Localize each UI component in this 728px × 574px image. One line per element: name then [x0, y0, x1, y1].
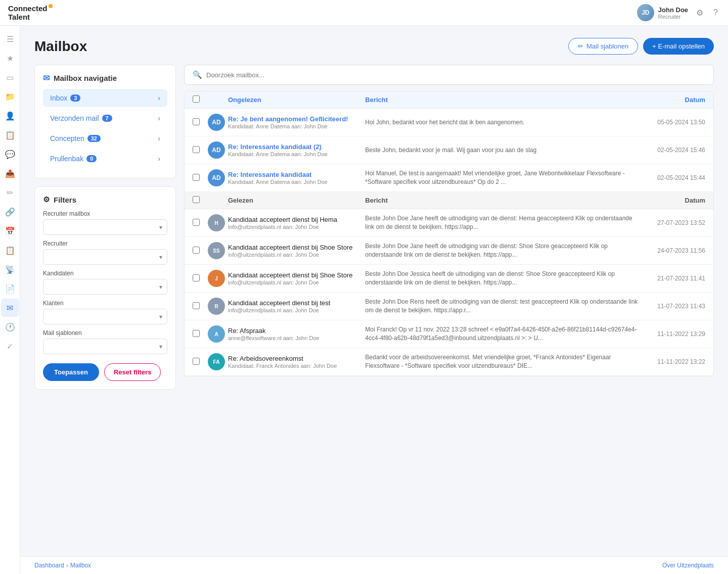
sidebar-folder-icon[interactable]: 📁 — [1, 87, 19, 106]
apply-filters-button[interactable]: Toepassen — [43, 363, 99, 381]
klanten-wrap — [43, 309, 167, 324]
sidebar-check-icon[interactable]: ✓ — [1, 337, 19, 355]
read-row0-preview: Beste John Doe Jane heeft de uitnodiging… — [365, 214, 640, 231]
inbox-badge: 3 — [70, 94, 80, 102]
sidebar-menu-icon[interactable]: ☰ — [1, 30, 19, 48]
email-row-read-5[interactable]: FA Re: Arbeidsovereenkomst Kandidaat: Fr… — [185, 348, 713, 376]
email-row-read-1[interactable]: SS Kandidaat accepteert dienst bij Shoe … — [185, 237, 713, 265]
email-row-read-2[interactable]: J Kandidaat accepteert dienst bij Shoe S… — [185, 265, 713, 293]
nav-sent[interactable]: Verzonden mail 7 › — [43, 109, 167, 127]
reset-filters-button[interactable]: Reset filters — [104, 363, 161, 381]
row0-date: 05-05-2024 13:50 — [640, 119, 705, 126]
row2-preview: Hoi Manuel, De test is aangemaakt! Met v… — [365, 169, 640, 186]
kandidaten-select[interactable] — [43, 279, 167, 295]
select-all-read-checkbox[interactable] — [193, 196, 200, 203]
read-row0-checkbox[interactable] — [193, 219, 200, 226]
sidebar-edit-icon[interactable]: ✏ — [1, 183, 19, 202]
email-row-read-0[interactable]: H Kandidaat accepteert dienst bij Hema i… — [185, 209, 713, 237]
read-row4-checkbox[interactable] — [193, 330, 200, 337]
mail-sjablonen-select[interactable] — [43, 339, 167, 354]
row2-subject: Re: Interessante kandidaat — [228, 171, 365, 178]
read-row0-date: 27-07-2023 13:52 — [640, 219, 705, 226]
breadcrumb-dashboard[interactable]: Dashboard — [34, 562, 64, 569]
read-row3-from: info@uitzendplaats.nl aan: John Doe — [228, 307, 365, 313]
sidebar-link-icon[interactable]: 🔗 — [1, 203, 19, 221]
left-panel: ✉ Mailbox navigatie Inbox 3 › Verzonden … — [34, 65, 176, 390]
read-row2-from: info@uitzendplaats.nl aan: John Doe — [228, 279, 365, 285]
compose-email-button[interactable]: + E-mail opstellen — [643, 38, 714, 55]
email-row-read-3[interactable]: R Kandidaat accepteert dienst bij test i… — [185, 293, 713, 320]
sidebar-feed-icon[interactable]: 📡 — [1, 260, 19, 278]
logo-text: ConnectedTalent​ — [8, 4, 53, 21]
row1-meta: Re: Interessante kandidaat (2) Kandidaat… — [228, 143, 365, 157]
read-row5-from: Kandidaat: Franck Antonides aan: John Do… — [228, 363, 365, 369]
mail-templates-button[interactable]: ✏ Mail sjablonen — [568, 38, 638, 55]
read-row5-date: 11-11-2022 13:22 — [640, 358, 705, 365]
recruiter-select[interactable] — [43, 249, 167, 265]
read-row2-checkbox[interactable] — [193, 274, 200, 281]
sent-label: Verzonden mail — [50, 114, 99, 122]
filter-actions: Toepassen Reset filters — [43, 363, 167, 381]
row1-from: Kandidaat: Anne Datema aan: John Doe — [228, 151, 365, 157]
sidebar-upload-icon[interactable]: 📤 — [1, 164, 19, 182]
sent-badge: 7 — [102, 115, 112, 122]
email-row-unread-1[interactable]: AD Re: Interessante kandidaat (2) Kandid… — [185, 136, 713, 164]
user-avatar: JD — [637, 4, 654, 21]
row0-preview: Hoi John, bedankt voor het bericht dat i… — [365, 118, 640, 127]
read-section-header: Gelezen Bericht Datum — [185, 192, 713, 209]
nav-trash[interactable]: Prullenbak 0 › — [43, 150, 167, 168]
settings-button[interactable]: ⚙ — [694, 6, 705, 20]
klanten-select[interactable] — [43, 309, 167, 324]
trash-chevron: › — [158, 155, 160, 163]
logo: ConnectedTalent​ — [8, 4, 53, 22]
read-row1-meta: Kandidaat accepteert dienst bij Shoe Sto… — [228, 244, 365, 258]
read-row5-checkbox[interactable] — [193, 358, 200, 365]
read-row3-date: 11-07-2023 11:43 — [640, 303, 705, 310]
email-row-read-4[interactable]: A Re: Afspraak anne@flexsoftware.nl aan:… — [185, 320, 713, 348]
row1-checkbox[interactable] — [193, 146, 200, 153]
unread-datum-col: Datum — [640, 96, 705, 104]
search-input[interactable] — [206, 71, 705, 79]
read-row1-checkbox[interactable] — [193, 247, 200, 254]
sidebar-clock-icon[interactable]: 🕐 — [1, 318, 19, 336]
sidebar-mail-icon[interactable]: ✉ — [1, 299, 19, 317]
read-row4-preview: Moi Franck! Op vr 11 nov. 2022 13:28 sch… — [365, 325, 640, 343]
sidebar-doc-icon[interactable]: 📄 — [1, 279, 19, 298]
mail-sjablonen-wrap — [43, 339, 167, 354]
recruiter-mailbox-select[interactable] — [43, 219, 167, 235]
row1-date: 02-05-2024 15:46 — [640, 147, 705, 154]
read-row2-chk — [193, 274, 208, 283]
select-all-unread-checkbox[interactable] — [193, 95, 200, 103]
kandidaten-wrap — [43, 279, 167, 295]
nav-drafts[interactable]: Concepten 32 › — [43, 129, 167, 148]
sidebar-list-icon[interactable]: 📋 — [1, 126, 19, 144]
mail-nav-icon: ✉ — [43, 73, 50, 83]
inbox-chevron: › — [158, 94, 160, 102]
sidebar-chat-icon[interactable]: 💬 — [1, 145, 19, 163]
email-row-unread-2[interactable]: AD Re: Interessante kandidaat Kandidaat:… — [185, 164, 713, 192]
user-name: John Doe — [658, 6, 688, 14]
email-row-unread-0[interactable]: AD Re: Je bent aangenomen! Gefliciteerd!… — [185, 109, 713, 136]
read-row5-preview: Bedankt voor de arbeidsovereenkomst. Met… — [365, 353, 640, 370]
pencil-icon: ✏ — [578, 42, 583, 50]
read-row2-subject: Kandidaat accepteert dienst bij Shoe Sto… — [228, 271, 365, 279]
read-row4-date: 11-11-2022 13:29 — [640, 330, 705, 338]
read-row0-from: info@uitzendplaats.nl aan: John Doe — [228, 224, 365, 230]
over-uitzendplaats-link[interactable]: Over Uitzendplaats — [662, 562, 714, 569]
nav-inbox[interactable]: Inbox 3 › — [43, 89, 167, 107]
sidebar-star-icon[interactable]: ★ — [1, 49, 19, 67]
sidebar-calendar-icon[interactable]: 📅 — [1, 222, 19, 240]
logo-dot — [49, 4, 53, 8]
read-row3-preview: Beste John Doe Rens heeft de uitnodiging… — [365, 298, 640, 315]
read-row3-checkbox[interactable] — [193, 302, 200, 309]
mailbox-nav-title-text: Mailbox navigatie — [54, 74, 117, 82]
row0-checkbox[interactable] — [193, 118, 200, 125]
drafts-chevron: › — [158, 134, 160, 142]
row2-checkbox[interactable] — [193, 174, 200, 181]
sidebar-users-icon[interactable]: 👤 — [1, 107, 19, 125]
read-row4-avatar: A — [208, 325, 225, 343]
sidebar-notes-icon[interactable]: 📋 — [1, 241, 19, 259]
read-row2-preview: Beste John Doe Jessica heeft de uitnodig… — [365, 270, 640, 287]
help-button[interactable]: ? — [711, 6, 720, 19]
sidebar-dashboard-icon[interactable]: ▭ — [1, 68, 19, 86]
